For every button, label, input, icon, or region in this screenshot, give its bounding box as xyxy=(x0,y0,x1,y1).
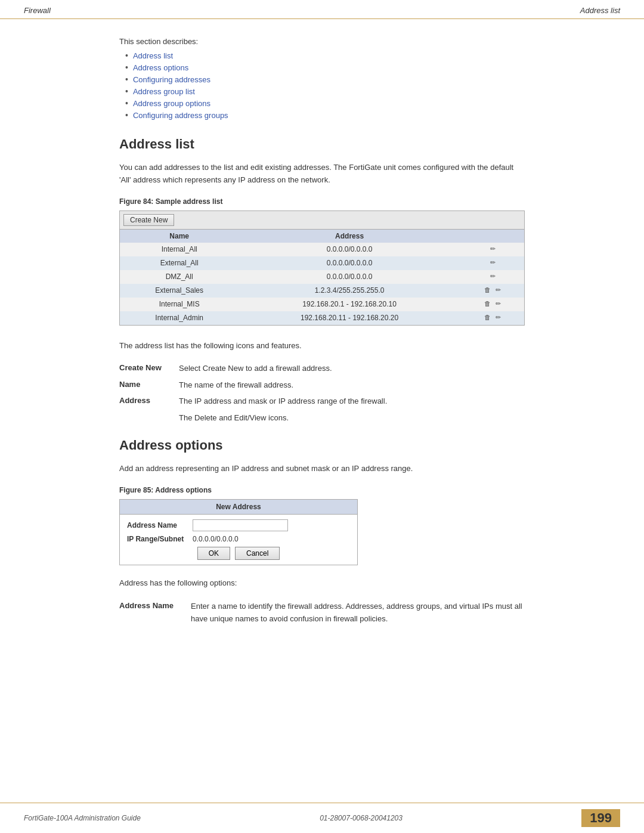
col-icons xyxy=(460,230,524,243)
feature-icons: The Delete and Edit/View icons. xyxy=(119,412,525,424)
address-name-input[interactable] xyxy=(193,519,288,531)
features-intro: The address list has the following icons… xyxy=(119,340,525,352)
edit-icon[interactable]: ✏ xyxy=(493,286,503,296)
intro-link-1[interactable]: Address list xyxy=(125,51,584,60)
cell-address: 0.0.0.0/0.0.0.0 xyxy=(239,270,460,284)
header-right: Address list xyxy=(580,6,620,15)
section2-body: Add an address representing an IP addres… xyxy=(119,463,525,475)
intro-link-4[interactable]: Address group list xyxy=(125,86,584,96)
link-address-group-options[interactable]: Address group options xyxy=(133,99,210,108)
table-row: Internal_MIS192.168.20.1 - 192.168.20.10… xyxy=(120,298,524,311)
table-header: Name Address xyxy=(120,230,524,243)
desc-section: Address Name Enter a name to identify th… xyxy=(119,600,525,625)
feature-desc-2: The name of the firewall address. xyxy=(179,379,293,391)
form-row-address-name: Address Name xyxy=(127,519,350,531)
link-address-options[interactable]: Address options xyxy=(133,63,188,72)
feature-label-3: Address xyxy=(119,395,179,405)
table-body: Internal_All0.0.0.0/0.0.0.0✏External_All… xyxy=(120,243,524,325)
form-label-address-name: Address Name xyxy=(127,521,193,529)
table-toolbar: Create New xyxy=(120,211,524,230)
form-body: Address Name IP Range/Subnet 0.0.0.0/0.0… xyxy=(120,515,357,565)
intro-link-6[interactable]: Configuring address groups xyxy=(125,110,584,120)
link-configuring-addresses[interactable]: Configuring addresses xyxy=(133,75,210,84)
feature-label-4 xyxy=(119,412,179,413)
cell-name: Internal_All xyxy=(120,243,239,256)
edit-icon[interactable]: ✏ xyxy=(488,272,497,282)
desc-address-name: Address Name Enter a name to identify th… xyxy=(119,600,525,625)
feature-create-new: Create New Select Create New to add a fi… xyxy=(119,363,525,374)
cell-address: 192.168.20.11 - 192.168.20.20 xyxy=(239,311,460,325)
intro-section: This section describes: Address list Add… xyxy=(119,37,584,120)
cell-icons: 🗑✏ xyxy=(460,298,524,311)
edit-icon[interactable]: ✏ xyxy=(488,245,497,255)
cell-name: DMZ_All xyxy=(120,270,239,284)
intro-links: Address list Address options Configuring… xyxy=(125,51,584,120)
cell-icons: ✏ xyxy=(460,270,524,284)
form-label-ip-range: IP Range/Subnet xyxy=(127,535,193,543)
intro-link-3[interactable]: Configuring addresses xyxy=(125,75,584,84)
delete-icon[interactable]: 🗑 xyxy=(482,286,492,296)
feature-label-1: Create New xyxy=(119,363,179,372)
cell-name: External_All xyxy=(120,256,239,270)
link-address-list[interactable]: Address list xyxy=(133,51,173,60)
figure85-caption: Figure 85: Address options xyxy=(119,486,584,494)
cell-icons: ✏ xyxy=(460,243,524,256)
section1-heading: Address list xyxy=(119,137,584,152)
main-content: This section describes: Address list Add… xyxy=(0,19,644,666)
feature-label-2: Name xyxy=(119,379,179,389)
delete-icon[interactable]: 🗑 xyxy=(482,314,492,323)
form-row-ip-range: IP Range/Subnet 0.0.0.0/0.0.0.0 xyxy=(127,535,350,543)
figure84-caption: Figure 84: Sample address list xyxy=(119,197,584,206)
link-configuring-address-groups[interactable]: Configuring address groups xyxy=(133,111,228,120)
desc-label-address-name: Address Name xyxy=(119,600,191,610)
page-header: Firewall Address list xyxy=(0,0,644,19)
page-footer: FortiGate-100A Administration Guide 01-2… xyxy=(0,803,644,833)
intro-link-2[interactable]: Address options xyxy=(125,63,584,72)
desc-text-address-name: Enter a name to identify the firewall ad… xyxy=(191,600,525,625)
cancel-button[interactable]: Cancel xyxy=(235,547,280,560)
edit-icon[interactable]: ✏ xyxy=(493,314,503,323)
feature-name: Name The name of the firewall address. xyxy=(119,379,525,391)
link-address-group-list[interactable]: Address group list xyxy=(133,87,195,96)
intro-link-5[interactable]: Address group options xyxy=(125,98,584,108)
cell-name: External_Sales xyxy=(120,284,239,298)
options-intro: Address has the following options: xyxy=(119,577,525,590)
feature-desc-3: The IP address and mask or IP address ra… xyxy=(179,395,387,407)
address-list-table-container: Create New Name Address Internal_All0.0.… xyxy=(119,210,525,326)
col-address: Address xyxy=(239,230,460,243)
table-row: Internal_All0.0.0.0/0.0.0.0✏ xyxy=(120,243,524,256)
cell-icons: ✏ xyxy=(460,256,524,270)
cell-name: Internal_MIS xyxy=(120,298,239,311)
cell-icons: 🗑✏ xyxy=(460,311,524,325)
table-row: External_Sales1.2.3.4/255.255.255.0🗑✏ xyxy=(120,284,524,298)
ok-button[interactable]: OK xyxy=(197,547,230,560)
intro-prefix: This section describes: xyxy=(119,37,584,46)
section2-heading: Address options xyxy=(119,438,584,453)
footer-left: FortiGate-100A Administration Guide xyxy=(24,814,141,822)
col-name: Name xyxy=(120,230,239,243)
form-title: New Address xyxy=(120,500,357,515)
cell-address: 1.2.3.4/255.255.255.0 xyxy=(239,284,460,298)
create-new-button[interactable]: Create New xyxy=(123,214,174,226)
cell-address: 192.168.20.1 - 192.168.20.10 xyxy=(239,298,460,311)
feature-address: Address The IP address and mask or IP ad… xyxy=(119,395,525,407)
form-buttons: OK Cancel xyxy=(127,547,350,560)
cell-icons: 🗑✏ xyxy=(460,284,524,298)
cell-address: 0.0.0.0/0.0.0.0 xyxy=(239,243,460,256)
cell-address: 0.0.0.0/0.0.0.0 xyxy=(239,256,460,270)
table-row: Internal_Admin192.168.20.11 - 192.168.20… xyxy=(120,311,524,325)
table-row: External_All0.0.0.0/0.0.0.0✏ xyxy=(120,256,524,270)
footer-center: 01-28007-0068-20041203 xyxy=(320,814,402,822)
address-table: Name Address Internal_All0.0.0.0/0.0.0.0… xyxy=(120,230,524,325)
delete-icon[interactable]: 🗑 xyxy=(482,300,492,309)
address-options-form: New Address Address Name IP Range/Subnet… xyxy=(119,499,358,565)
table-row: DMZ_All0.0.0.0/0.0.0.0✏ xyxy=(120,270,524,284)
form-value-ip-range: 0.0.0.0/0.0.0.0 xyxy=(193,535,239,543)
edit-icon[interactable]: ✏ xyxy=(488,259,497,268)
cell-name: Internal_Admin xyxy=(120,311,239,325)
header-left: Firewall xyxy=(24,6,51,15)
feature-list: Create New Select Create New to add a fi… xyxy=(119,363,525,423)
section1-body: You can add addresses to the list and ed… xyxy=(119,162,525,187)
edit-icon[interactable]: ✏ xyxy=(493,300,503,309)
page-number: 199 xyxy=(581,809,620,827)
